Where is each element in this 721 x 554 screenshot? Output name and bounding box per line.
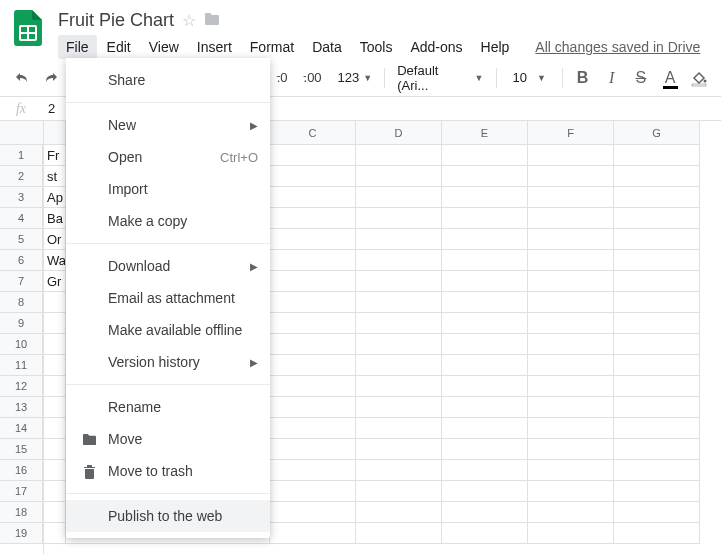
cell[interactable]	[528, 502, 614, 523]
cell[interactable]: Fr	[44, 145, 66, 166]
menu-tools[interactable]: Tools	[352, 35, 401, 59]
cell[interactable]	[528, 376, 614, 397]
undo-button[interactable]	[8, 64, 35, 92]
cell[interactable]	[442, 481, 528, 502]
folder-icon[interactable]	[204, 12, 220, 30]
cell[interactable]	[270, 418, 356, 439]
cell[interactable]	[44, 502, 66, 523]
cell[interactable]	[442, 355, 528, 376]
row-header[interactable]: 1	[0, 145, 43, 166]
cell[interactable]	[614, 187, 700, 208]
cell[interactable]	[614, 145, 700, 166]
strikethrough-button[interactable]: S	[627, 64, 654, 92]
cell[interactable]	[528, 145, 614, 166]
cell[interactable]	[442, 439, 528, 460]
cell[interactable]	[44, 523, 66, 544]
cell[interactable]	[614, 208, 700, 229]
cell[interactable]	[528, 460, 614, 481]
cell[interactable]	[356, 292, 442, 313]
cell[interactable]	[356, 418, 442, 439]
cell[interactable]	[528, 166, 614, 187]
italic-button[interactable]: I	[598, 64, 625, 92]
cell[interactable]: st	[44, 166, 66, 187]
row-header[interactable]: 8	[0, 292, 43, 313]
cell[interactable]	[528, 481, 614, 502]
row-header[interactable]: 10	[0, 334, 43, 355]
cell[interactable]	[442, 376, 528, 397]
row-header[interactable]: 11	[0, 355, 43, 376]
cell[interactable]	[270, 355, 356, 376]
cell[interactable]	[270, 187, 356, 208]
cell[interactable]	[614, 313, 700, 334]
cell[interactable]	[614, 355, 700, 376]
file-menu-trash[interactable]: Move to trash	[66, 455, 270, 487]
cell[interactable]	[614, 376, 700, 397]
file-menu-email[interactable]: Email as attachment	[66, 282, 270, 314]
cell[interactable]	[44, 439, 66, 460]
cell[interactable]	[356, 250, 442, 271]
file-menu-version-history[interactable]: Version history▶	[66, 346, 270, 378]
file-menu-offline[interactable]: Make available offline	[66, 314, 270, 346]
cell[interactable]	[356, 166, 442, 187]
cell[interactable]	[442, 292, 528, 313]
col-header-e[interactable]: E	[442, 121, 528, 145]
fill-color-button[interactable]	[686, 64, 713, 92]
cell[interactable]	[356, 481, 442, 502]
select-all-corner[interactable]	[0, 121, 44, 145]
cell[interactable]	[356, 397, 442, 418]
cell[interactable]	[356, 376, 442, 397]
cell[interactable]	[270, 229, 356, 250]
row-header[interactable]: 12	[0, 376, 43, 397]
cell[interactable]	[442, 523, 528, 544]
cell[interactable]	[270, 502, 356, 523]
cell[interactable]	[44, 376, 66, 397]
col-header-c[interactable]: C	[270, 121, 356, 145]
cell[interactable]: Gr	[44, 271, 66, 292]
file-menu-share[interactable]: Share	[66, 64, 270, 96]
cell[interactable]	[614, 418, 700, 439]
row-header[interactable]: 5	[0, 229, 43, 250]
row-header[interactable]: 6	[0, 250, 43, 271]
cell[interactable]	[528, 397, 614, 418]
cell[interactable]	[528, 439, 614, 460]
cell[interactable]	[528, 271, 614, 292]
cell[interactable]	[614, 271, 700, 292]
redo-button[interactable]	[37, 64, 64, 92]
cell[interactable]	[44, 313, 66, 334]
text-color-button[interactable]: A	[657, 64, 684, 92]
cell[interactable]	[442, 229, 528, 250]
row-header[interactable]: 4	[0, 208, 43, 229]
file-menu-open[interactable]: OpenCtrl+O	[66, 141, 270, 173]
save-status[interactable]: All changes saved in Drive	[535, 35, 700, 59]
cell[interactable]	[442, 250, 528, 271]
cell[interactable]	[270, 439, 356, 460]
cell[interactable]	[44, 460, 66, 481]
cell[interactable]: Wa	[44, 250, 66, 271]
cell[interactable]	[270, 397, 356, 418]
cell[interactable]	[614, 250, 700, 271]
file-menu-new[interactable]: New▶	[66, 109, 270, 141]
file-menu-publish[interactable]: Publish to the web	[66, 500, 270, 532]
cell[interactable]	[528, 355, 614, 376]
row-header[interactable]: 13	[0, 397, 43, 418]
row-header[interactable]: 18	[0, 502, 43, 523]
cell[interactable]	[442, 418, 528, 439]
menu-addons[interactable]: Add-ons	[402, 35, 470, 59]
cell[interactable]	[44, 292, 66, 313]
increase-decimal-button[interactable]: .00	[300, 70, 326, 85]
cell[interactable]	[44, 418, 66, 439]
cell[interactable]	[356, 208, 442, 229]
cell[interactable]	[528, 187, 614, 208]
cell[interactable]: Or	[44, 229, 66, 250]
cell[interactable]	[442, 271, 528, 292]
number-format-dropdown[interactable]: 123▼	[332, 70, 379, 85]
file-menu-download[interactable]: Download▶	[66, 250, 270, 282]
file-menu-import[interactable]: Import	[66, 173, 270, 205]
row-header[interactable]: 19	[0, 523, 43, 544]
cell[interactable]	[614, 502, 700, 523]
row-header[interactable]: 3	[0, 187, 43, 208]
cell[interactable]	[270, 460, 356, 481]
cell[interactable]	[614, 481, 700, 502]
row-header[interactable]: 14	[0, 418, 43, 439]
cell[interactable]	[356, 439, 442, 460]
